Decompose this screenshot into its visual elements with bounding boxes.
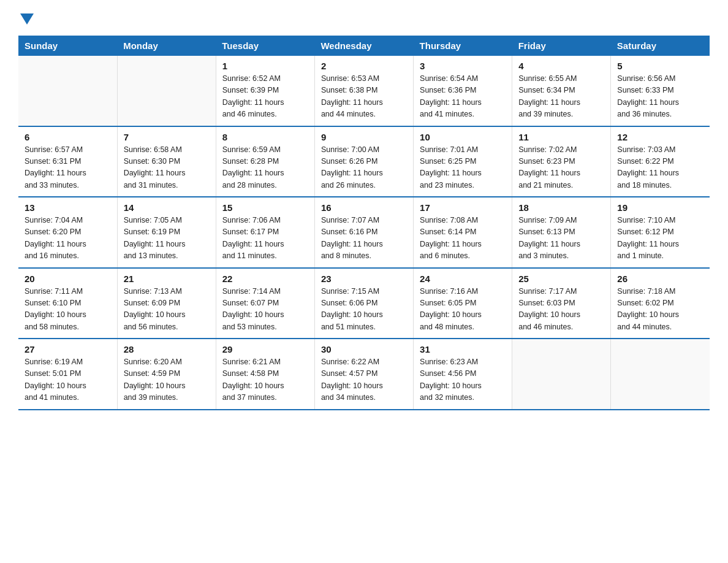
calendar-header-row: Sunday Monday Tuesday Wednesday Thursday… (18, 36, 710, 56)
calendar-cell (18, 56, 117, 126)
calendar-cell (117, 56, 216, 126)
calendar-cell: 19Sunrise: 7:10 AMSunset: 6:12 PMDayligh… (611, 197, 710, 268)
calendar-week-row: 6Sunrise: 6:57 AMSunset: 6:31 PMDaylight… (18, 126, 710, 197)
calendar-week-row: 1Sunrise: 6:52 AMSunset: 6:39 PMDaylight… (18, 56, 710, 126)
logo (18, 12, 34, 25)
calendar-cell: 4Sunrise: 6:55 AMSunset: 6:34 PMDaylight… (512, 56, 611, 126)
day-info: Sunrise: 6:57 AMSunset: 6:31 PMDaylight:… (25, 144, 111, 192)
calendar-cell: 25Sunrise: 7:17 AMSunset: 6:03 PMDayligh… (512, 268, 611, 339)
day-info: Sunrise: 7:16 AMSunset: 6:05 PMDaylight:… (420, 286, 506, 334)
day-number: 1 (222, 61, 308, 71)
day-number: 24 (420, 274, 506, 284)
col-monday: Monday (117, 36, 216, 56)
day-number: 10 (420, 132, 506, 142)
day-info: Sunrise: 7:08 AMSunset: 6:14 PMDaylight:… (420, 215, 506, 262)
calendar-cell: 2Sunrise: 6:53 AMSunset: 6:38 PMDaylight… (314, 56, 413, 126)
day-number: 31 (420, 344, 506, 354)
calendar-week-row: 20Sunrise: 7:11 AMSunset: 6:10 PMDayligh… (18, 268, 710, 339)
calendar-cell: 30Sunrise: 6:22 AMSunset: 4:57 PMDayligh… (314, 339, 413, 410)
calendar-cell: 29Sunrise: 6:21 AMSunset: 4:58 PMDayligh… (216, 339, 314, 410)
day-number: 23 (321, 274, 407, 284)
day-number: 11 (518, 132, 604, 142)
day-number: 2 (321, 61, 407, 71)
calendar-cell: 28Sunrise: 6:20 AMSunset: 4:59 PMDayligh… (117, 339, 216, 410)
col-friday: Friday (512, 36, 611, 56)
day-info: Sunrise: 7:17 AMSunset: 6:03 PMDaylight:… (518, 286, 604, 334)
day-number: 12 (617, 132, 703, 142)
day-number: 25 (518, 274, 604, 284)
day-info: Sunrise: 6:55 AMSunset: 6:34 PMDaylight:… (518, 73, 604, 121)
calendar-cell: 15Sunrise: 7:06 AMSunset: 6:17 PMDayligh… (216, 197, 314, 268)
day-number: 15 (222, 202, 308, 213)
day-info: Sunrise: 7:07 AMSunset: 6:16 PMDaylight:… (321, 215, 407, 262)
calendar-cell: 8Sunrise: 6:59 AMSunset: 6:28 PMDaylight… (216, 126, 314, 197)
day-number: 6 (25, 132, 111, 142)
day-info: Sunrise: 7:06 AMSunset: 6:17 PMDaylight:… (222, 215, 308, 262)
calendar-cell: 24Sunrise: 7:16 AMSunset: 6:05 PMDayligh… (414, 268, 512, 339)
calendar-cell: 14Sunrise: 7:05 AMSunset: 6:19 PMDayligh… (117, 197, 216, 268)
day-info: Sunrise: 6:53 AMSunset: 6:38 PMDaylight:… (321, 73, 407, 121)
calendar-cell (611, 339, 710, 410)
day-number: 18 (518, 202, 604, 213)
day-info: Sunrise: 7:13 AMSunset: 6:09 PMDaylight:… (124, 286, 210, 334)
logo-triangle-icon (20, 13, 34, 25)
day-info: Sunrise: 6:19 AMSunset: 5:01 PMDaylight:… (25, 356, 111, 404)
day-number: 14 (124, 202, 210, 213)
day-info: Sunrise: 7:18 AMSunset: 6:02 PMDaylight:… (617, 286, 703, 334)
col-tuesday: Tuesday (216, 36, 314, 56)
day-number: 8 (222, 132, 308, 142)
calendar-cell: 9Sunrise: 7:00 AMSunset: 6:26 PMDaylight… (314, 126, 413, 197)
calendar-week-row: 27Sunrise: 6:19 AMSunset: 5:01 PMDayligh… (18, 339, 710, 410)
day-info: Sunrise: 7:09 AMSunset: 6:13 PMDaylight:… (518, 215, 604, 262)
calendar-cell: 16Sunrise: 7:07 AMSunset: 6:16 PMDayligh… (314, 197, 413, 268)
calendar-cell: 17Sunrise: 7:08 AMSunset: 6:14 PMDayligh… (414, 197, 512, 268)
day-number: 3 (420, 61, 506, 71)
day-number: 16 (321, 202, 407, 213)
day-info: Sunrise: 6:21 AMSunset: 4:58 PMDaylight:… (222, 356, 308, 404)
day-info: Sunrise: 6:23 AMSunset: 4:56 PMDaylight:… (420, 356, 506, 404)
calendar-cell: 26Sunrise: 7:18 AMSunset: 6:02 PMDayligh… (611, 268, 710, 339)
day-number: 21 (124, 274, 210, 284)
calendar-cell: 23Sunrise: 7:15 AMSunset: 6:06 PMDayligh… (314, 268, 413, 339)
day-info: Sunrise: 6:52 AMSunset: 6:39 PMDaylight:… (222, 73, 308, 121)
col-wednesday: Wednesday (314, 36, 413, 56)
day-number: 5 (617, 61, 703, 71)
day-number: 9 (321, 132, 407, 142)
col-saturday: Saturday (611, 36, 710, 56)
calendar-week-row: 13Sunrise: 7:04 AMSunset: 6:20 PMDayligh… (18, 197, 710, 268)
calendar-cell: 5Sunrise: 6:56 AMSunset: 6:33 PMDaylight… (611, 56, 710, 126)
calendar-table: Sunday Monday Tuesday Wednesday Thursday… (18, 36, 710, 410)
day-number: 30 (321, 344, 407, 354)
day-number: 28 (124, 344, 210, 354)
day-info: Sunrise: 7:15 AMSunset: 6:06 PMDaylight:… (321, 286, 407, 334)
day-info: Sunrise: 6:22 AMSunset: 4:57 PMDaylight:… (321, 356, 407, 404)
day-info: Sunrise: 7:03 AMSunset: 6:22 PMDaylight:… (617, 144, 703, 192)
day-number: 17 (420, 202, 506, 213)
calendar-cell (512, 339, 611, 410)
day-number: 19 (617, 202, 703, 213)
calendar-cell: 1Sunrise: 6:52 AMSunset: 6:39 PMDaylight… (216, 56, 314, 126)
calendar-cell: 20Sunrise: 7:11 AMSunset: 6:10 PMDayligh… (18, 268, 117, 339)
day-info: Sunrise: 6:54 AMSunset: 6:36 PMDaylight:… (420, 73, 506, 121)
day-number: 7 (124, 132, 210, 142)
day-number: 26 (617, 274, 703, 284)
col-sunday: Sunday (18, 36, 117, 56)
day-number: 27 (25, 344, 111, 354)
calendar-cell: 21Sunrise: 7:13 AMSunset: 6:09 PMDayligh… (117, 268, 216, 339)
day-info: Sunrise: 7:05 AMSunset: 6:19 PMDaylight:… (124, 215, 210, 262)
day-info: Sunrise: 7:04 AMSunset: 6:20 PMDaylight:… (25, 215, 111, 262)
day-info: Sunrise: 6:59 AMSunset: 6:28 PMDaylight:… (222, 144, 308, 192)
calendar-cell: 27Sunrise: 6:19 AMSunset: 5:01 PMDayligh… (18, 339, 117, 410)
calendar-cell: 18Sunrise: 7:09 AMSunset: 6:13 PMDayligh… (512, 197, 611, 268)
page-header (18, 12, 710, 25)
calendar-cell: 6Sunrise: 6:57 AMSunset: 6:31 PMDaylight… (18, 126, 117, 197)
day-info: Sunrise: 6:58 AMSunset: 6:30 PMDaylight:… (124, 144, 210, 192)
calendar-cell: 10Sunrise: 7:01 AMSunset: 6:25 PMDayligh… (414, 126, 512, 197)
day-info: Sunrise: 7:14 AMSunset: 6:07 PMDaylight:… (222, 286, 308, 334)
calendar-cell: 7Sunrise: 6:58 AMSunset: 6:30 PMDaylight… (117, 126, 216, 197)
day-number: 22 (222, 274, 308, 284)
day-info: Sunrise: 6:20 AMSunset: 4:59 PMDaylight:… (124, 356, 210, 404)
svg-marker-0 (20, 13, 34, 25)
day-info: Sunrise: 7:01 AMSunset: 6:25 PMDaylight:… (420, 144, 506, 192)
day-number: 4 (518, 61, 604, 71)
